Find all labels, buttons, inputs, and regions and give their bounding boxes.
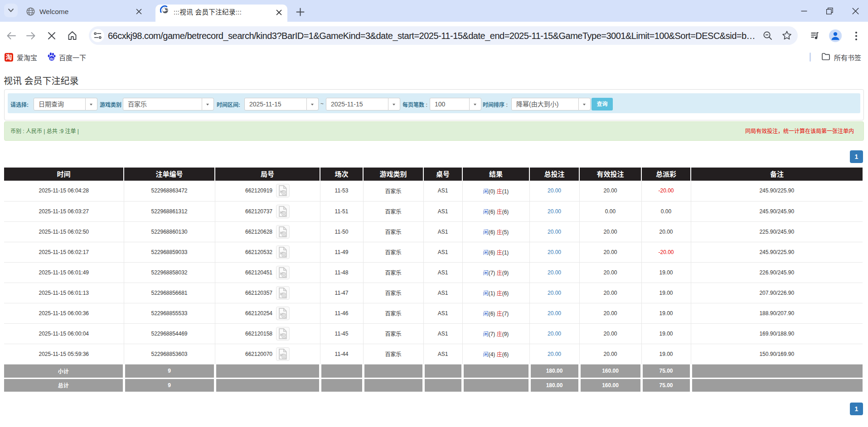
svg-text:du: du bbox=[50, 57, 53, 60]
